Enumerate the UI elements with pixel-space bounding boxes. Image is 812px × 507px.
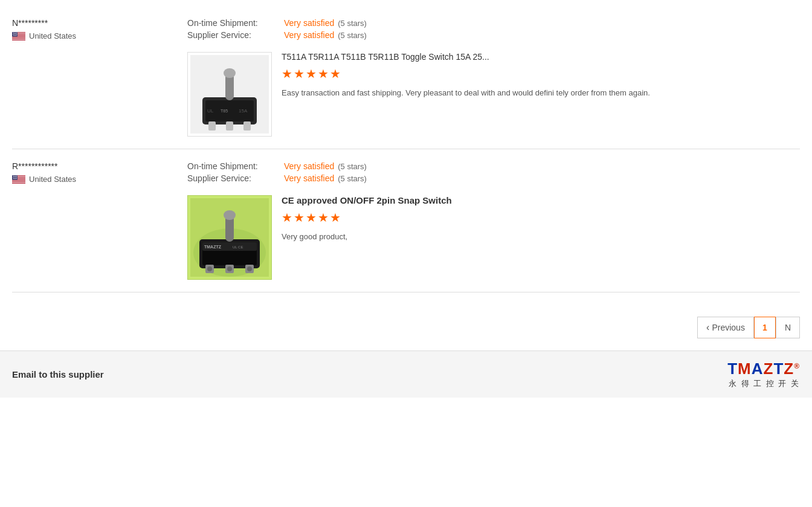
chevron-left-icon: ‹ xyxy=(706,322,709,333)
shipment-label-2: On-time Shipment: xyxy=(187,161,284,171)
reviewer-name-1: N********* xyxy=(12,18,187,28)
reviews-container: N********* xyxy=(0,0,812,305)
shipment-stars-2: (5 stars) xyxy=(338,162,367,171)
review-header-1: N********* xyxy=(12,18,800,42)
svg-rect-9 xyxy=(12,37,25,38)
svg-rect-54 xyxy=(12,182,25,182)
star-1-4: ★ xyxy=(318,66,329,81)
shipment-label-1: On-time Shipment: xyxy=(187,18,284,28)
us-flag-icon-1: ★★★★★ ★★★★ ★★★★★ ★★★★ xyxy=(12,32,25,40)
email-supplier-label[interactable]: Email to this supplier xyxy=(12,369,104,379)
service-stars-2: (5 stars) xyxy=(338,174,367,183)
ratings-block-1: On-time Shipment: Very satisfied (5 star… xyxy=(187,18,800,42)
product-title-1: T511A T5R11A T511B T5R11B Toggle Switch … xyxy=(282,52,800,62)
svg-rect-35 xyxy=(208,121,216,131)
product-review-area-1: UL T85 15A T511A T5R11A T511B T5R11B Tog… xyxy=(187,52,800,137)
service-stars-1: (5 stars) xyxy=(338,31,367,40)
svg-rect-50 xyxy=(12,179,25,180)
reviewer-country-1: United States xyxy=(29,31,76,40)
shipment-value-1: Very satisfied xyxy=(284,18,334,28)
svg-rect-55 xyxy=(12,182,25,183)
product-image-2: TMAZTZ UL CE xyxy=(187,195,272,280)
rating-row-service-1: Supplier Service: Very satisfied (5 star… xyxy=(187,30,800,40)
brand-registered: ® xyxy=(794,362,800,370)
svg-text:T85: T85 xyxy=(221,109,228,113)
brand-name: TMAZTZ® xyxy=(727,360,800,378)
star-1-2: ★ xyxy=(294,66,304,81)
shipment-stars-1: (5 stars) xyxy=(338,19,367,28)
previous-label: Previous xyxy=(712,323,744,332)
ratings-block-2: On-time Shipment: Very satisfied (5 star… xyxy=(187,161,800,186)
review-header-2: R************ xyxy=(12,161,800,186)
page-number-1[interactable]: 1 xyxy=(754,317,776,338)
product-image-svg-2: TMAZTZ UL CE xyxy=(190,198,269,277)
star-1-3: ★ xyxy=(306,66,317,81)
svg-rect-10 xyxy=(12,38,25,39)
svg-rect-8 xyxy=(12,37,25,37)
star-2-4: ★ xyxy=(318,210,329,225)
star-2-3: ★ xyxy=(306,210,317,225)
svg-rect-36 xyxy=(226,121,233,131)
service-label-1: Supplier Service: xyxy=(187,30,284,40)
shipment-value-2: Very satisfied xyxy=(284,161,334,171)
reviewer-location-2: ★★★★★ ★★★★ ★★★★★ ★★★★ United States xyxy=(12,175,187,184)
service-label-2: Supplier Service: xyxy=(187,173,284,183)
next-button[interactable]: N xyxy=(776,317,800,338)
star-rating-2: ★ ★ ★ ★ ★ xyxy=(282,210,800,225)
rating-row-service-2: Supplier Service: Very satisfied (5 star… xyxy=(187,173,800,183)
next-label: N xyxy=(785,323,791,332)
svg-rect-37 xyxy=(243,121,251,131)
footer-bar: Email to this supplier TMAZTZ® 永 得 工 控 开… xyxy=(0,350,812,398)
product-image-svg-1: UL T85 15A xyxy=(190,55,269,134)
service-value-2: Very satisfied xyxy=(284,173,334,183)
review-text-1: Easy transaction and fast shipping. Very… xyxy=(282,87,800,99)
svg-rect-53 xyxy=(12,181,25,182)
review-text-2: Very good product, xyxy=(282,231,800,243)
svg-rect-11 xyxy=(12,39,25,39)
svg-rect-12 xyxy=(12,39,25,40)
star-2-1: ★ xyxy=(282,210,292,225)
svg-text:15A: 15A xyxy=(239,108,248,114)
svg-text:UL: UL xyxy=(207,108,214,114)
pagination-area: ‹ Previous 1 N xyxy=(0,305,812,350)
star-2-2: ★ xyxy=(294,210,304,225)
svg-rect-52 xyxy=(12,181,25,181)
product-details-2: CE approved ON/OFF 2pin Snap Switch ★ ★ … xyxy=(282,195,800,280)
star-1-1: ★ xyxy=(282,66,292,81)
reviewer-country-2: United States xyxy=(29,175,76,184)
brand-subtitle: 永 得 工 控 开 关 xyxy=(729,378,800,389)
svg-point-84 xyxy=(247,266,252,271)
product-image-1: UL T85 15A xyxy=(187,52,272,137)
reviewer-info-2: R************ xyxy=(12,161,187,186)
product-review-area-2: TMAZTZ UL CE CE approved ON/OFF 2pin Sna… xyxy=(187,195,800,280)
reviewer-name-2: R************ xyxy=(12,161,187,171)
brand-logo: TMAZTZ® 永 得 工 控 开 关 xyxy=(727,360,800,389)
svg-point-82 xyxy=(227,266,232,271)
svg-point-39 xyxy=(224,68,236,78)
service-value-1: Very satisfied xyxy=(284,30,334,40)
svg-text:TMAZTZ: TMAZTZ xyxy=(204,245,222,249)
product-title-2: CE approved ON/OFF 2pin Snap Switch xyxy=(282,195,800,205)
product-details-1: T511A T5R11A T511B T5R11B Toggle Switch … xyxy=(282,52,800,137)
previous-button[interactable]: ‹ Previous xyxy=(697,317,754,338)
svg-point-86 xyxy=(224,210,236,220)
svg-rect-51 xyxy=(12,180,25,181)
svg-rect-7 xyxy=(12,36,25,37)
svg-point-80 xyxy=(207,266,212,271)
star-1-5: ★ xyxy=(330,66,341,81)
star-rating-1: ★ ★ ★ ★ ★ xyxy=(282,66,800,81)
rating-row-shipment-1: On-time Shipment: Very satisfied (5 star… xyxy=(187,18,800,28)
rating-row-shipment-2: On-time Shipment: Very satisfied (5 star… xyxy=(187,161,800,171)
svg-text:UL   CE: UL CE xyxy=(233,245,243,249)
reviewer-location-1: ★★★★★ ★★★★ ★★★★★ ★★★★ United States xyxy=(12,31,187,40)
us-flag-icon-2: ★★★★★ ★★★★ ★★★★★ ★★★★ xyxy=(12,175,25,184)
star-2-5: ★ xyxy=(330,210,341,225)
review-block-1: N********* xyxy=(12,6,800,149)
reviewer-info-1: N********* xyxy=(12,18,187,42)
review-block-2: R************ xyxy=(12,149,800,292)
